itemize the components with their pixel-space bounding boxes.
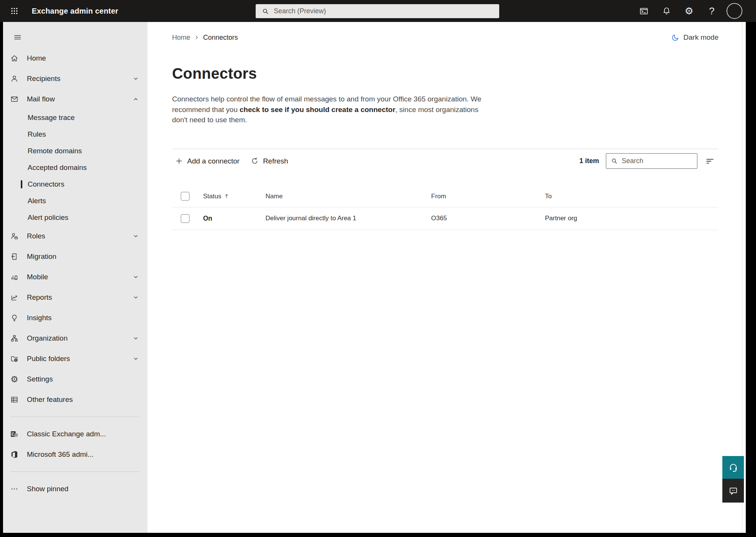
column-header-name[interactable]: Name <box>257 193 423 200</box>
refresh-label: Refresh <box>263 157 288 165</box>
chevron-down-icon <box>133 233 139 239</box>
account-button[interactable] <box>723 0 746 22</box>
sidebar-item-accepted-domains[interactable]: Accepted domains <box>3 159 147 176</box>
chevron-down-icon <box>133 356 139 362</box>
migration-icon <box>10 252 19 261</box>
folder-globe-icon <box>10 355 19 363</box>
sidebar-item-alerts[interactable]: Alerts <box>3 193 147 209</box>
list-search-box[interactable] <box>606 153 697 169</box>
sidebar-item-mail-flow[interactable]: Mail flow <box>3 89 147 109</box>
sidebar-item-home[interactable]: Home <box>3 48 147 68</box>
bell-icon <box>662 6 671 16</box>
sidebar-item-label: Show pinned <box>27 485 68 493</box>
sidebar-item-public-folders[interactable]: Public folders <box>3 349 147 369</box>
headset-icon <box>728 462 739 473</box>
select-all-checkbox[interactable] <box>181 192 189 201</box>
column-header-to[interactable]: To <box>537 193 719 200</box>
dark-mode-label: Dark mode <box>683 33 719 42</box>
sidebar-item-label: Mobile <box>27 273 48 281</box>
column-header-label: Name <box>265 193 283 200</box>
sidebar-item-label: Mail flow <box>27 95 55 103</box>
sidebar-item-rules[interactable]: Rules <box>3 126 147 143</box>
sidebar-item-message-trace[interactable]: Message trace <box>3 109 147 126</box>
home-icon <box>10 54 19 62</box>
sidebar-item-settings[interactable]: ⚙ Settings <box>3 369 147 389</box>
feedback-button[interactable] <box>722 479 744 503</box>
add-connector-label: Add a connector <box>187 157 239 165</box>
breadcrumb-home[interactable]: Home <box>172 34 190 42</box>
sidebar-item-label: Recipients <box>27 75 61 83</box>
sidebar-item-label: Message trace <box>28 114 75 122</box>
sidebar-item-classic-exchange-admin[interactable]: Classic Exchange adm... <box>3 424 147 444</box>
waffle-icon <box>10 7 19 15</box>
sidebar-item-connectors[interactable]: Connectors <box>3 176 147 193</box>
add-connector-button[interactable]: Add a connector <box>172 155 242 168</box>
app-title: Exchange admin center <box>32 0 118 22</box>
mail-icon <box>10 95 19 103</box>
ellipsis-icon <box>10 485 19 493</box>
collapse-nav-button[interactable] <box>10 30 25 45</box>
sidebar-item-roles[interactable]: Roles <box>3 226 147 246</box>
chevron-down-icon <box>133 274 139 280</box>
column-header-status[interactable]: Status <box>195 193 257 200</box>
sidebar-item-remote-domains[interactable]: Remote domains <box>3 143 147 159</box>
sort-ascending-icon <box>224 193 229 199</box>
chevron-down-icon <box>133 294 139 300</box>
filter-icon <box>705 156 715 166</box>
chevron-up-icon <box>133 96 139 102</box>
question-mark-icon: ? <box>709 6 714 16</box>
global-search-input[interactable] <box>274 7 499 15</box>
filter-button[interactable] <box>704 156 716 167</box>
main-content: Home Connectors Dark mode Connectors Con… <box>147 22 746 533</box>
list-search-input[interactable] <box>622 157 697 165</box>
dark-mode-toggle[interactable]: Dark mode <box>671 33 719 42</box>
sidebar-item-insights[interactable]: Insights <box>3 308 147 328</box>
powershell-button[interactable] <box>632 0 655 22</box>
help-button[interactable]: ? <box>700 0 723 22</box>
app-launcher-button[interactable] <box>7 3 22 19</box>
sidebar: Home Recipients Mai <box>3 22 147 533</box>
breadcrumb: Home Connectors <box>172 34 238 42</box>
sidebar-item-reports[interactable]: Reports <box>3 287 147 308</box>
sidebar-item-microsoft-365-admin[interactable]: Microsoft 365 admi... <box>3 444 147 465</box>
sidebar-item-show-pinned[interactable]: Show pinned <box>3 479 147 499</box>
exchange-admin-center: Exchange admin center <box>0 0 756 537</box>
row-to: Partner org <box>537 215 719 222</box>
refresh-button[interactable]: Refresh <box>248 155 291 168</box>
sidebar-item-label: Connectors <box>28 180 64 188</box>
notifications-button[interactable] <box>655 0 678 22</box>
support-button[interactable] <box>722 456 744 479</box>
sidebar-item-label: Classic Exchange adm... <box>27 430 106 438</box>
mobile-icon <box>10 273 19 281</box>
table-grid-icon <box>10 395 19 404</box>
chevron-down-icon <box>133 335 139 341</box>
refresh-icon <box>251 157 259 165</box>
column-header-label: From <box>431 193 446 200</box>
sidebar-item-other-features[interactable]: Other features <box>3 389 147 410</box>
gear-icon: ⚙ <box>685 6 693 16</box>
sidebar-item-recipients[interactable]: Recipients <box>3 68 147 89</box>
global-search-box[interactable] <box>256 4 499 18</box>
column-header-from[interactable]: From <box>423 193 537 200</box>
table-row[interactable]: On Deliver journal directly to Area 1 O3… <box>172 207 719 230</box>
list-toolbar: Add a connector Refresh 1 item <box>172 149 719 173</box>
item-count: 1 item <box>579 157 599 165</box>
sidebar-item-label: Accepted domains <box>28 163 87 172</box>
sidebar-item-alert-policies[interactable]: Alert policies <box>3 209 147 226</box>
sidebar-item-organization[interactable]: Organization <box>3 328 147 349</box>
sidebar-item-label: Microsoft 365 admi... <box>27 450 93 459</box>
sidebar-item-label: Rules <box>28 130 46 139</box>
topbar-actions: ⚙ ? <box>632 0 746 22</box>
sidebar-divider <box>11 417 139 417</box>
settings-button[interactable]: ⚙ <box>678 0 700 22</box>
sidebar-item-migration[interactable]: Migration <box>3 246 147 267</box>
reports-icon <box>10 293 19 302</box>
chevron-down-icon <box>133 76 139 82</box>
terminal-icon <box>639 6 649 16</box>
sidebar-item-mobile[interactable]: Mobile <box>3 267 147 287</box>
row-name: Deliver journal directly to Area 1 <box>257 215 423 222</box>
lightbulb-icon <box>10 314 19 322</box>
topbar: Exchange admin center <box>0 0 756 22</box>
row-status: On <box>195 215 257 223</box>
row-checkbox[interactable] <box>181 214 189 223</box>
